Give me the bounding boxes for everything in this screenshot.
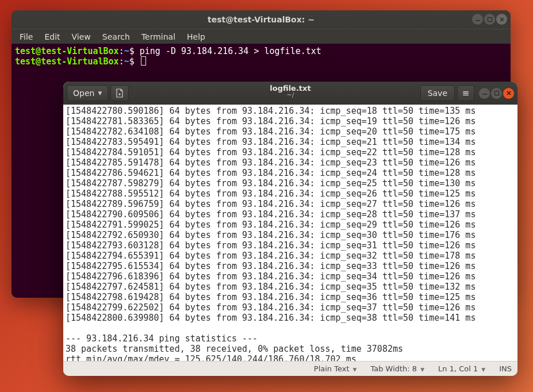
status-language-label: Plain Text <box>314 364 350 373</box>
terminal-titlebar[interactable]: test@test-VirtualBox: ~ <box>11 10 511 29</box>
prompt-sep: : <box>119 56 124 67</box>
gedit-headerbar[interactable]: Open ▼ logfile.txt ~/ Save ≡ <box>63 82 517 105</box>
status-tabwidth-label: Tab Width: 8 <box>370 364 417 373</box>
open-label: Open <box>73 89 94 98</box>
minimize-button[interactable] <box>479 88 490 99</box>
close-button[interactable] <box>496 14 507 25</box>
chevron-down-icon: ▼ <box>417 367 424 372</box>
menu-file[interactable]: File <box>15 31 37 43</box>
svg-rect-0 <box>476 20 480 21</box>
new-document-button[interactable] <box>110 85 129 101</box>
prompt-sym: $ <box>129 56 135 67</box>
svg-rect-3 <box>494 91 499 95</box>
menu-terminal[interactable]: Terminal <box>137 31 180 43</box>
prompt-path: ~ <box>124 46 129 56</box>
status-tabwidth[interactable]: Tab Width: 8▼ <box>370 364 424 373</box>
new-document-icon <box>115 89 124 98</box>
status-position-label: Ln 1, Col 1 <box>438 364 478 373</box>
status-language[interactable]: Plain Text▼ <box>314 364 357 373</box>
terminal-menubar: File Edit View Search Terminal Help <box>11 29 511 44</box>
gedit-window: Open ▼ logfile.txt ~/ Save ≡ <box>63 82 517 376</box>
minimize-button[interactable] <box>472 14 483 25</box>
terminal-cursor <box>141 56 146 66</box>
chevron-down-icon: ▼ <box>350 367 357 372</box>
chevron-down-icon: ▼ <box>478 367 485 372</box>
terminal-command: ping -D 93.184.216.34 > logfile.txt <box>140 46 321 56</box>
svg-rect-2 <box>482 94 487 95</box>
prompt-path: ~ <box>124 56 129 67</box>
svg-rect-1 <box>488 17 492 21</box>
status-insert-mode[interactable]: INS <box>499 364 512 373</box>
status-position[interactable]: Ln 1, Col 1▼ <box>438 364 485 373</box>
save-label: Save <box>428 89 447 98</box>
gedit-statusbar: Plain Text▼ Tab Width: 8▼ Ln 1, Col 1▼ I… <box>63 361 517 376</box>
maximize-button[interactable] <box>484 14 495 25</box>
maximize-button[interactable] <box>491 88 502 99</box>
hamburger-icon: ≡ <box>462 88 470 98</box>
close-button[interactable] <box>503 88 514 99</box>
open-button[interactable]: Open ▼ <box>67 85 108 101</box>
prompt-user: test@test-VirtualBox <box>15 46 119 56</box>
prompt-user: test@test-VirtualBox <box>15 56 119 67</box>
gedit-text-area[interactable]: [1548422780.590186] 64 bytes from 93.184… <box>63 105 517 361</box>
terminal-title: test@test-VirtualBox: ~ <box>208 15 315 24</box>
prompt-sym: $ <box>129 46 135 56</box>
menu-search[interactable]: Search <box>98 31 135 43</box>
menu-edit[interactable]: Edit <box>40 31 64 43</box>
chevron-down-icon: ▼ <box>95 90 102 96</box>
save-button[interactable]: Save <box>420 85 455 101</box>
hamburger-menu-button[interactable]: ≡ <box>457 85 474 101</box>
menu-help[interactable]: Help <box>182 31 210 43</box>
menu-view[interactable]: View <box>67 31 95 43</box>
prompt-sep: : <box>119 46 124 56</box>
